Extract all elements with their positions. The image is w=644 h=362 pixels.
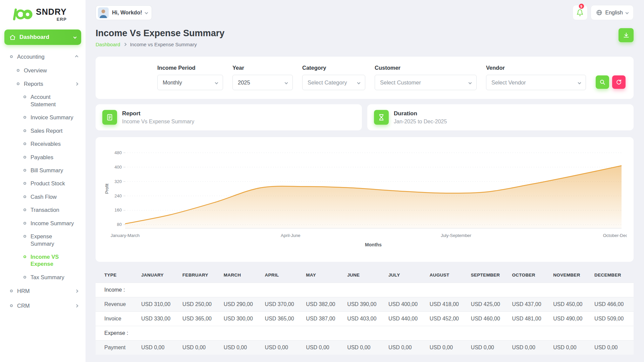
sidebar-item-accounting[interactable]: Accounting [4,50,81,64]
sidebar-item-cash-flow[interactable]: Cash Flow [4,190,81,203]
table-col-september: SEPTEMBER [469,266,510,283]
value-cell: USD 403,00 [345,312,386,326]
value-cell: USD 0,00 [222,341,263,355]
duration-card-title: Duration [394,110,447,117]
filter-field-customer: CustomerSelect Customer [375,65,477,90]
select-customer[interactable]: Select Customer [375,75,477,90]
filter-field-vendor: VendorSelect Vendor [486,65,586,90]
sidebar-item-invoice-summary[interactable]: Invoice Summary [4,111,81,124]
sidebar-item-income-vs-expense[interactable]: Income VS Expense [4,250,81,271]
value-cell: USD 0,00 [263,341,304,355]
sidebar-item-label: Receivables [31,140,61,147]
sidebar-item-dashboard[interactable]: Dashboard [4,29,81,45]
sidebar-item-payables[interactable]: Payables [4,151,81,164]
sidebar-item-reports[interactable]: Reports [4,77,81,90]
select-year[interactable]: 2025 [232,75,293,90]
page-title: Income Vs Expense Summary [96,28,224,39]
value-cell: USD 0,00 [551,341,592,355]
user-menu[interactable]: Hi, Workdo! [96,5,152,20]
chevron-down-icon [215,81,218,84]
language-selector[interactable]: English [591,5,634,20]
bullet-icon [23,195,26,198]
value-cell: USD 250,00 [180,297,222,312]
chevron-down-icon [626,11,629,14]
bullet-icon [23,222,26,225]
sidebar-item-label: Cash Flow [31,193,57,200]
sidebar-item-expense-summary[interactable]: Expense Summary [4,230,81,250]
value-cell: USD 460,00 [469,312,510,326]
globe-icon [596,9,602,16]
sidebar-item-overview[interactable]: Overview [4,64,81,77]
table-row-payment: PaymentUSD 0,00USD 0,00USD 0,00USD 0,00U… [96,341,634,355]
filter-label: Year [232,65,293,71]
value-cell: USD 0,00 [510,341,551,355]
value-cell: USD 382,00 [304,297,345,312]
table-col-type: TYPE [96,266,139,283]
reset-button[interactable] [612,75,626,89]
value-cell: USD 0,00 [139,341,180,355]
bullet-icon [23,169,26,172]
sidebar-item-sales-report[interactable]: Sales Report [4,124,81,137]
download-button[interactable] [619,28,634,42]
sidebar-item-tax-summary[interactable]: Tax Summary [4,271,81,284]
report-card-subtitle: Income Vs Expense Summary [122,119,194,125]
avatar [98,7,109,18]
section-label: Expense : [96,326,634,341]
sidebar-item-hrm[interactable]: HRM [4,284,81,298]
sidebar-item-account-statement[interactable]: Account Statement [4,90,81,111]
value-cell: USD 0,00 [469,341,510,355]
svg-text:80: 80 [117,222,122,227]
chevron-down-icon [469,81,472,84]
chevron-down-icon [357,81,361,84]
sidebar-item-income-summary[interactable]: Income Summary [4,217,81,230]
value-cell: USD 440,00 [386,312,428,326]
value-cell: USD 300,00 [222,312,263,326]
table-col-november: NOVEMBER [551,266,592,283]
duration-icon-box [374,110,389,125]
table-col-march: MARCH [222,266,263,283]
value-cell: USD 437,00 [510,297,551,312]
filter-label: Income Period [157,65,223,71]
row-type-cell: Invoice [96,312,139,326]
document-icon [106,114,113,121]
bullet-icon [17,69,19,72]
topbar: Hi, Workdo! 9 English [96,0,634,20]
select-value: Select Vendor [491,79,526,86]
search-button[interactable] [596,75,609,89]
table-col-august: AUGUST [428,266,469,283]
bullet-icon [23,116,26,119]
chevron-down-icon [145,11,148,14]
chevron-down-icon [73,35,77,39]
sidebar-item-crm[interactable]: CRM [4,299,81,313]
duration-card: Duration Jan-2025 to Dec-2025 [367,104,634,130]
select-value: Select Category [308,79,347,86]
main-content: Hi, Workdo! 9 English Income Vs Expense … [96,0,634,355]
select-vendor[interactable]: Select Vendor [486,75,586,90]
section-label: Income : [96,283,634,297]
value-cell: USD 481,00 [510,312,551,326]
value-cell: USD 466,00 [592,297,634,312]
sidebar-item-label: Transaction [31,206,59,214]
sidebar-item-bill-summary[interactable]: Bill Summary [4,164,81,177]
sidebar-item-label: Sales Report [31,127,62,134]
sidebar-item-product-stock[interactable]: Product Stock [4,177,81,190]
select-category[interactable]: Select Category [302,75,365,90]
svg-text:160: 160 [114,207,122,213]
bell-icon [576,9,584,16]
value-cell: USD 509,00 [592,312,634,326]
app-logo: SNDRY ERP [12,7,81,21]
chevron-right-icon [75,82,78,85]
sidebar-item-label: Tax Summary [31,274,64,281]
sidebar-item-transaction[interactable]: Transaction [4,203,81,217]
value-cell: USD 0,00 [386,341,428,355]
select-income-period[interactable]: Monthly [157,75,223,90]
bullet-icon [23,276,26,279]
bullet-icon [10,55,13,58]
notifications-button[interactable]: 9 [573,5,588,20]
value-cell: USD 387,00 [304,312,345,326]
breadcrumb-dashboard-link[interactable]: Dashboard [96,42,120,47]
report-card: Report Income Vs Expense Summary [96,104,362,130]
value-cell: USD 400,00 [386,297,428,312]
sidebar-item-receivables[interactable]: Receivables [4,137,81,150]
search-icon [599,79,605,85]
